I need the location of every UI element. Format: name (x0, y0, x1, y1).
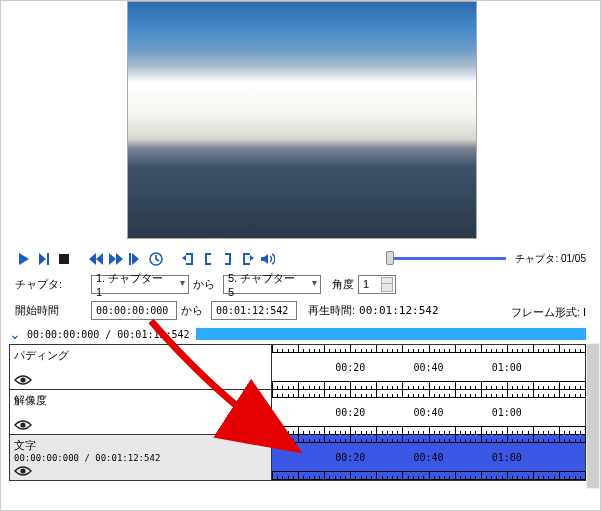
track-row: 文字 00:00:00:000 / 00:01:12:542 00:2000:4… (10, 435, 585, 480)
chapter-to-select[interactable]: 5. チャプター 5 (223, 275, 321, 294)
playtime-value: 00:01:12:542 (359, 304, 438, 317)
transport-bar: チャプタ: 01/05 (15, 249, 586, 269)
tracks-scrollbar[interactable] (586, 343, 600, 489)
track-header[interactable]: パディング (10, 345, 272, 389)
scrollbar-thumb[interactable] (587, 344, 599, 488)
step-forward-button[interactable] (127, 250, 145, 268)
track-ruler[interactable]: 00:2000:4001:00 (272, 345, 585, 390)
svg-point-3 (20, 422, 25, 427)
next-button[interactable] (35, 250, 53, 268)
start-time-label: 開始時間 (15, 303, 87, 318)
start-time-input[interactable]: 00:00:00:000 (91, 301, 177, 320)
volume-button[interactable] (259, 250, 277, 268)
track-name: 解像度 (14, 393, 267, 408)
angle-input[interactable]: 1 (358, 275, 396, 294)
track-body[interactable]: 00:2000:4001:00 (272, 345, 585, 389)
kara-label-1: から (193, 277, 219, 292)
rewind-button[interactable] (87, 250, 105, 268)
chapter-from-select[interactable]: 1. チャプター 1 (91, 275, 189, 294)
bracket-right-button[interactable] (219, 250, 237, 268)
end-time-input[interactable]: 00:01:12:542 (211, 301, 297, 320)
track-subtime: 00:00:00:000 / 00:01:12:542 (14, 453, 267, 463)
track-row: 解像度 00:2000:4001:00 (10, 390, 585, 435)
track-body[interactable]: 00:2000:4001:00 (272, 390, 585, 434)
svg-rect-0 (59, 254, 69, 264)
track-name: 文字 (14, 438, 267, 453)
timeline-time: 00:00:00:000 / 00:01:12:542 (27, 329, 190, 340)
bracket-left-button[interactable] (199, 250, 217, 268)
timeline-header: ⌄ 00:00:00:000 / 00:01:12:542 (9, 327, 586, 341)
stop-button[interactable] (55, 250, 73, 268)
chapter-count: チャプタ: 01/05 (515, 252, 586, 266)
svg-point-2 (20, 377, 25, 382)
eye-icon[interactable] (14, 465, 32, 477)
track-header[interactable]: 解像度 (10, 390, 272, 434)
track-ruler[interactable]: 00:2000:4001:00 (272, 435, 585, 480)
track-name: パディング (14, 348, 267, 363)
slider-thumb[interactable] (386, 251, 394, 265)
timeline-overview-bar[interactable] (196, 328, 586, 340)
frame-format: フレーム形式: I (511, 305, 586, 320)
timeline-panel: ⌄ 00:00:00:000 / 00:01:12:542 パディング 00:2… (9, 327, 586, 481)
mark-out-button[interactable] (239, 250, 257, 268)
svg-point-4 (20, 468, 25, 473)
eye-icon[interactable] (14, 419, 32, 431)
tracks-container: パディング 00:2000:4001:00 解像度 00:2000:4001:0… (9, 344, 586, 481)
mark-in-button[interactable] (179, 250, 197, 268)
eye-icon[interactable] (14, 374, 32, 386)
controls-panel: チャプタ: 01/05 チャプタ: 1. チャプター 1 から 5. チャプター… (15, 249, 586, 331)
clock-button[interactable] (147, 250, 165, 268)
seek-slider[interactable] (386, 253, 506, 263)
angle-label: 角度 (332, 277, 354, 292)
track-row: パディング 00:2000:4001:00 (10, 345, 585, 390)
kara-label-2: から (181, 303, 207, 318)
video-preview (127, 1, 477, 239)
collapse-toggle[interactable]: ⌄ (9, 329, 27, 339)
preview-area (1, 1, 601, 245)
playtime-label: 再生時間: (308, 303, 355, 318)
track-body[interactable]: 00:2000:4001:00 (272, 435, 585, 480)
chapter-label: チャプタ: (15, 277, 87, 292)
play-button[interactable] (15, 250, 33, 268)
fast-forward-button[interactable] (107, 250, 125, 268)
track-header[interactable]: 文字 00:00:00:000 / 00:01:12:542 (10, 435, 272, 480)
track-ruler[interactable]: 00:2000:4001:00 (272, 390, 585, 435)
